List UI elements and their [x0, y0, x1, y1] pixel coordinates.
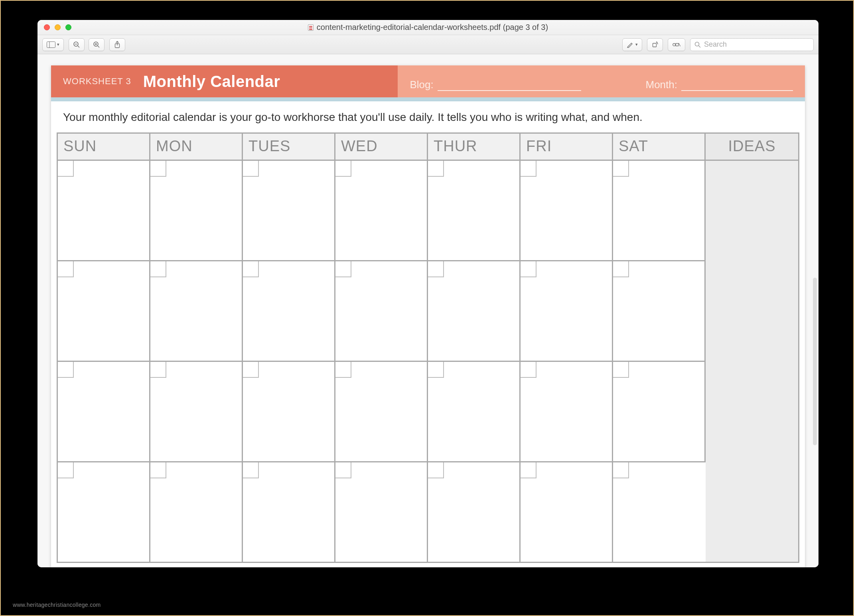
date-box: [335, 261, 351, 277]
date-box: [243, 462, 259, 478]
pdf-page: WORKSHEET 3 Monthly Calendar Blog: Month…: [51, 65, 805, 567]
search-placeholder: Search: [704, 40, 727, 49]
calendar-cell: [150, 361, 243, 461]
ideas-column: [706, 160, 798, 562]
sidebar-toggle-button[interactable]: ▾: [42, 38, 64, 51]
chevron-down-icon: ▾: [57, 42, 59, 47]
preview-window: content-marketing-editorial-calendar-wor…: [37, 20, 818, 567]
markup-button[interactable]: [668, 38, 685, 51]
calendar-cell: [428, 361, 521, 461]
worksheet-tag: WORKSHEET 3: [63, 76, 131, 87]
calendar-cell: [58, 461, 150, 562]
calendar-cell: [150, 461, 243, 562]
calendar-cell: [335, 361, 428, 461]
svg-line-3: [78, 46, 79, 47]
date-box: [58, 462, 74, 478]
date-box: [58, 261, 74, 277]
date-box: [521, 261, 536, 277]
date-box: [150, 362, 166, 378]
date-box: [335, 462, 351, 478]
date-box: [58, 161, 74, 177]
calendar-cell: [428, 260, 521, 361]
calendar-cell: [335, 260, 428, 361]
col-sat: SAT: [613, 134, 706, 160]
col-fri: FRI: [521, 134, 613, 160]
zoom-out-button[interactable]: [69, 38, 85, 51]
date-box: [521, 462, 536, 478]
col-mon: MON: [150, 134, 243, 160]
calendar-cell: [521, 260, 613, 361]
document-viewport[interactable]: WORKSHEET 3 Monthly Calendar Blog: Month…: [37, 54, 818, 567]
date-box: [150, 161, 166, 177]
date-box: [243, 161, 259, 177]
date-box: [428, 362, 444, 378]
pdf-file-icon: [308, 24, 314, 31]
blog-field-line: [438, 81, 581, 91]
worksheet-intro: Your monthly editorial calendar is your …: [51, 101, 805, 129]
window-title-text: content-marketing-editorial-calendar-wor…: [317, 23, 548, 32]
calendar-cell: [58, 160, 150, 260]
toolbar: ▾ ▾: [37, 35, 818, 54]
worksheet-header: WORKSHEET 3 Monthly Calendar Blog: Month…: [51, 65, 805, 101]
calendar-cell: [150, 260, 243, 361]
highlight-button[interactable]: ▾: [622, 38, 642, 51]
calendar-cell: [613, 361, 706, 461]
close-icon[interactable]: [44, 24, 50, 30]
col-sun: SUN: [58, 134, 150, 160]
window-title: content-marketing-editorial-calendar-wor…: [37, 23, 818, 32]
share-button[interactable]: [109, 38, 125, 51]
calendar-grid: SUN MON TUES WED THUR FRI SAT IDEAS: [57, 132, 799, 563]
date-box: [613, 261, 629, 277]
calendar-cell: [150, 160, 243, 260]
watermark-text: www.heritagechristiancollege.com: [13, 602, 101, 608]
date-box: [521, 362, 536, 378]
rotate-button[interactable]: [647, 38, 663, 51]
calendar-cell: [613, 461, 706, 562]
search-icon: [694, 41, 701, 48]
date-box: [613, 161, 629, 177]
svg-rect-13: [676, 43, 678, 45]
date-box: [335, 362, 351, 378]
month-label: Month:: [646, 79, 678, 91]
date-box: [243, 362, 259, 378]
calendar-cell: [428, 461, 521, 562]
date-box: [613, 362, 629, 378]
svg-line-16: [699, 45, 701, 47]
calendar-cell: [613, 260, 706, 361]
calendar-cell: [243, 461, 335, 562]
date-box: [613, 462, 629, 478]
calendar-cell: [521, 461, 613, 562]
calendar-cell: [521, 361, 613, 461]
calendar-cell: [243, 160, 335, 260]
calendar-cell: [521, 160, 613, 260]
calendar-cell: [428, 160, 521, 260]
search-input[interactable]: Search: [690, 38, 814, 51]
svg-rect-0: [47, 41, 55, 47]
date-box: [58, 362, 74, 378]
calendar-cell: [243, 260, 335, 361]
minimize-icon[interactable]: [55, 24, 61, 30]
window-titlebar: content-marketing-editorial-calendar-wor…: [37, 20, 818, 35]
zoom-in-button[interactable]: [89, 38, 105, 51]
date-box: [243, 261, 259, 277]
calendar-cell: [613, 160, 706, 260]
blog-label: Blog:: [410, 79, 433, 91]
col-thur: THUR: [428, 134, 521, 160]
date-box: [150, 261, 166, 277]
svg-rect-11: [653, 43, 657, 47]
svg-point-15: [695, 42, 699, 46]
date-box: [428, 261, 444, 277]
svg-line-6: [98, 46, 99, 47]
date-box: [335, 161, 351, 177]
col-wed: WED: [335, 134, 428, 160]
window-controls: [44, 24, 71, 30]
zoom-icon[interactable]: [65, 24, 71, 30]
calendar-cell: [335, 160, 428, 260]
calendar-cell: [335, 461, 428, 562]
calendar-cell: [243, 361, 335, 461]
date-box: [150, 462, 166, 478]
svg-line-14: [679, 43, 680, 46]
calendar-cell: [58, 361, 150, 461]
chevron-down-icon: ▾: [635, 42, 638, 47]
scrollbar[interactable]: [813, 278, 817, 445]
